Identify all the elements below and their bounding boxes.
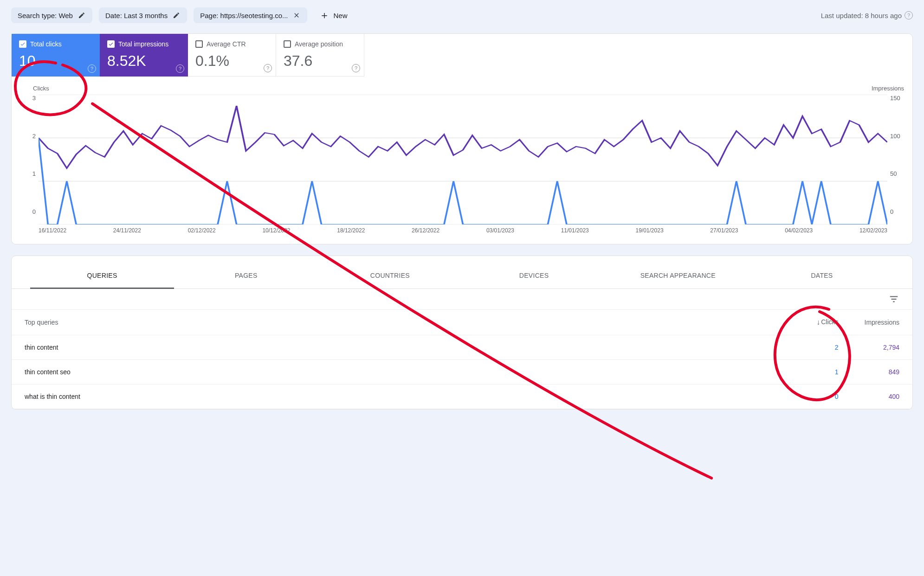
x-tick: 16/11/2022 xyxy=(39,227,66,234)
help-icon[interactable]: ? xyxy=(264,64,272,72)
tab-devices[interactable]: DEVICES xyxy=(462,265,606,288)
last-updated: Last updated: 8 hours ago ? xyxy=(821,11,913,19)
x-axis: 16/11/202224/11/202202/12/202210/12/2022… xyxy=(23,224,906,240)
help-icon[interactable]: ? xyxy=(88,64,96,73)
y-axis-right: 150100500 xyxy=(887,95,906,224)
y-tick: 1 xyxy=(23,170,36,177)
metric-value: 8.52K xyxy=(107,52,181,70)
table-row[interactable]: thin content seo1849 xyxy=(12,360,912,384)
new-filter-button[interactable]: ＋ New xyxy=(314,5,353,26)
query-cell: thin content xyxy=(12,335,791,360)
table-row[interactable]: thin content22,794 xyxy=(12,335,912,360)
y-tick: 3 xyxy=(23,95,36,102)
x-tick: 10/12/2022 xyxy=(262,227,290,234)
pencil-icon xyxy=(172,11,181,19)
impressions-cell: 849 xyxy=(852,360,912,384)
impressions-cell: 2,794 xyxy=(852,335,912,360)
clicks-cell: 0 xyxy=(791,384,852,409)
metric-label: Average position xyxy=(295,40,343,48)
queries-table: Top queries ↓Clicks Impressions thin con… xyxy=(12,310,912,409)
checkbox-unchecked-icon xyxy=(195,40,203,48)
tabs: QUERIESPAGESCOUNTRIESDEVICESSEARCH APPEA… xyxy=(12,265,912,289)
plus-icon: ＋ xyxy=(319,8,330,22)
metric-value: 37.6 xyxy=(284,52,356,70)
y-axis-left-label: Clicks xyxy=(33,85,49,92)
filter-chip-search-type[interactable]: Search type: Web xyxy=(11,7,92,23)
metric-label: Total impressions xyxy=(118,40,168,48)
x-tick: 04/02/2023 xyxy=(785,227,813,234)
metric-label: Average CTR xyxy=(207,40,246,48)
checkbox-checked-icon xyxy=(107,40,115,48)
y-tick: 2 xyxy=(23,133,36,140)
table-header-row: Top queries ↓Clicks Impressions xyxy=(12,310,912,335)
col-header-impressions[interactable]: Impressions xyxy=(852,310,912,335)
sort-descending-icon: ↓ xyxy=(816,318,820,326)
help-icon[interactable]: ? xyxy=(352,64,360,72)
chip-label: Page: https://seotesting.co... xyxy=(200,12,288,19)
checkbox-unchecked-icon xyxy=(284,40,291,48)
metric-value: 0.1% xyxy=(195,52,268,70)
last-updated-text: Last updated: 8 hours ago xyxy=(821,12,902,19)
performance-card: Total clicks 10 ? Total impressions 8.52… xyxy=(11,33,913,244)
metric-average-position[interactable]: Average position 37.6 ? xyxy=(276,34,364,77)
y-tick: 50 xyxy=(890,170,906,177)
y-tick: 100 xyxy=(890,133,906,140)
x-tick: 19/01/2023 xyxy=(636,227,664,234)
help-icon[interactable]: ? xyxy=(905,11,913,19)
table-row[interactable]: what is thin content0400 xyxy=(12,384,912,409)
chip-label: Search type: Web xyxy=(18,12,73,19)
checkbox-checked-icon xyxy=(19,40,26,48)
y-tick: 0 xyxy=(890,208,906,215)
chart-plot[interactable] xyxy=(39,95,887,224)
x-tick: 27/01/2023 xyxy=(710,227,738,234)
tab-pages[interactable]: PAGES xyxy=(174,265,318,288)
col-header-query[interactable]: Top queries xyxy=(12,310,791,335)
clicks-cell: 2 xyxy=(791,335,852,360)
metric-average-ctr[interactable]: Average CTR 0.1% ? xyxy=(188,34,276,77)
x-tick: 24/11/2022 xyxy=(113,227,141,234)
col-header-clicks[interactable]: ↓Clicks xyxy=(791,310,852,335)
x-tick: 03/01/2023 xyxy=(486,227,514,234)
tab-queries[interactable]: QUERIES xyxy=(30,265,174,289)
chart: Clicks Impressions 3210 150100500 16/11/… xyxy=(12,77,912,244)
x-tick: 12/02/2023 xyxy=(859,227,887,234)
y-tick: 150 xyxy=(890,95,906,102)
metric-total-clicks[interactable]: Total clicks 10 ? xyxy=(12,34,100,77)
x-tick: 18/12/2022 xyxy=(337,227,365,234)
tab-search-appearance[interactable]: SEARCH APPEARANCE xyxy=(606,265,750,288)
filter-icon[interactable] xyxy=(888,294,899,305)
metric-label: Total clicks xyxy=(30,40,62,48)
y-tick: 0 xyxy=(23,208,36,215)
chip-label: Date: Last 3 months xyxy=(105,12,168,19)
new-label: New xyxy=(333,12,347,19)
y-axis-left: 3210 xyxy=(23,95,39,224)
y-axis-right-label: Impressions xyxy=(872,85,904,92)
x-tick: 26/12/2022 xyxy=(412,227,439,234)
clicks-cell: 1 xyxy=(791,360,852,384)
metric-total-impressions[interactable]: Total impressions 8.52K ? xyxy=(100,34,188,77)
filter-chip-date[interactable]: Date: Last 3 months xyxy=(99,7,187,23)
close-icon[interactable] xyxy=(292,11,301,19)
tab-countries[interactable]: COUNTRIES xyxy=(318,265,462,288)
filter-chip-page[interactable]: Page: https://seotesting.co... xyxy=(194,7,307,23)
query-cell: what is thin content xyxy=(12,384,791,409)
queries-card: QUERIESPAGESCOUNTRIESDEVICESSEARCH APPEA… xyxy=(11,256,913,410)
query-cell: thin content seo xyxy=(12,360,791,384)
x-tick: 02/12/2022 xyxy=(188,227,216,234)
help-icon[interactable]: ? xyxy=(176,64,184,73)
tab-dates[interactable]: DATES xyxy=(750,265,894,288)
metrics-row: Total clicks 10 ? Total impressions 8.52… xyxy=(12,34,912,77)
x-tick: 11/01/2023 xyxy=(561,227,589,234)
filter-bar: Search type: Web Date: Last 3 months Pag… xyxy=(11,5,913,26)
metric-value: 10 xyxy=(19,52,92,70)
pencil-icon xyxy=(78,11,86,19)
impressions-cell: 400 xyxy=(852,384,912,409)
